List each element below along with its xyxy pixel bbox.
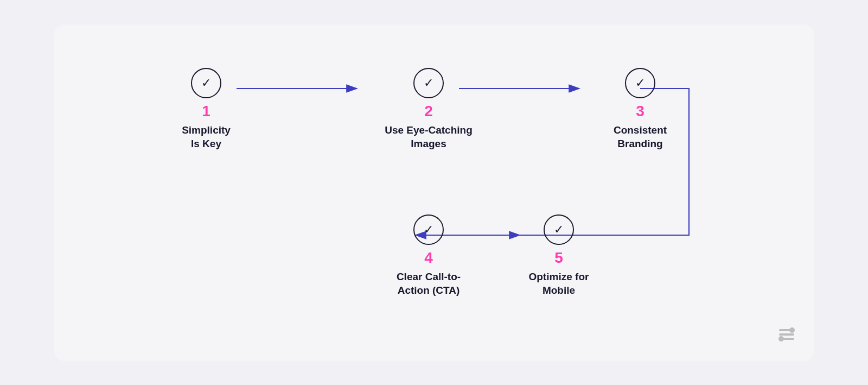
step-2-circle: ✓ [413,68,444,98]
step-3-number: 3 [636,104,644,119]
step-4-node: ✓ 4 Clear Call-to-Action (CTA) [374,214,483,298]
step-2-node: ✓ 2 Use Eye-CatchingImages [374,68,483,151]
diagram-container: ✓ 1 SimplicityIs Key ✓ 2 Use Eye-Catchin… [108,46,760,339]
svg-rect-5 [779,333,794,336]
step-4-label: Clear Call-to-Action (CTA) [397,270,461,298]
step-1-circle: ✓ [191,68,221,98]
step-2-label: Use Eye-CatchingImages [385,123,473,151]
step-5-label: Optimize forMobile [529,270,589,298]
step-1-number: 1 [202,104,210,119]
svg-point-8 [778,336,784,342]
step-4-circle: ✓ [413,214,444,245]
step-3-circle: ✓ [625,68,655,98]
step-3-label: ConsistentBranding [614,123,667,151]
step-4-number: 4 [424,250,433,266]
step-3-node: ✓ 3 ConsistentBranding [586,68,694,151]
watermark-icon [777,325,796,348]
step-1-label: SimplicityIs Key [182,123,231,151]
step-2-number: 2 [424,104,433,119]
step-5-node: ✓ 5 Optimize forMobile [505,214,613,298]
step-5-number: 5 [554,250,563,266]
step-5-circle: ✓ [544,214,574,245]
svg-point-7 [789,327,795,333]
main-card: ✓ 1 SimplicityIs Key ✓ 2 Use Eye-Catchin… [54,24,814,361]
step-1-node: ✓ 1 SimplicityIs Key [152,68,260,151]
